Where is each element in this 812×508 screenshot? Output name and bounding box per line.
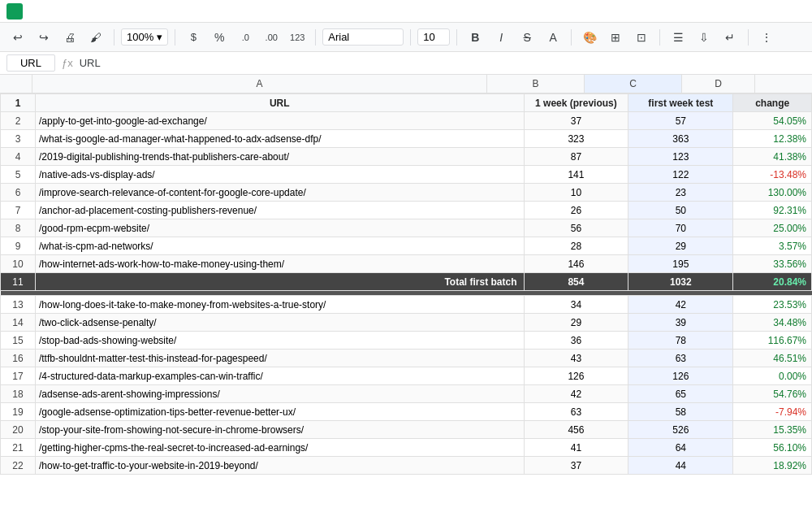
cell-d4[interactable]: 41.38% — [733, 148, 812, 166]
menu-file[interactable] — [36, 10, 42, 13]
cell-d22[interactable]: 18.92% — [733, 457, 812, 475]
cell-reference-input[interactable] — [6, 54, 55, 72]
cell-a15[interactable]: /stop-bad-ads-showing-website/ — [35, 332, 524, 350]
cell-a9[interactable]: /what-is-cpm-ad-networks/ — [35, 237, 524, 255]
decimal0-button[interactable]: .0 — [234, 26, 257, 49]
cell-a13[interactable]: /how-long-does-it-take-to-make-money-fro… — [35, 296, 524, 314]
bold-button[interactable]: B — [464, 26, 486, 49]
cell-c7[interactable]: 50 — [628, 202, 733, 219]
cell-d5[interactable]: -13.48% — [733, 166, 812, 184]
cell-c20[interactable]: 526 — [628, 421, 733, 439]
cell-b18[interactable]: 42 — [524, 385, 628, 403]
cell-a16[interactable]: /ttfb-shouldnt-matter-test-this-instead-… — [35, 350, 524, 367]
format123-button[interactable]: 123 — [286, 26, 309, 49]
cell-d16[interactable]: 46.51% — [733, 350, 812, 367]
cell-d15[interactable]: 116.67% — [733, 332, 812, 350]
cell-d19[interactable]: -7.94% — [733, 403, 812, 421]
cell-a21[interactable]: /getting-higher-cpms-the-real-secret-to-… — [35, 439, 524, 457]
fill-color-button[interactable]: 🎨 — [578, 26, 601, 49]
menu-data[interactable] — [133, 10, 140, 13]
cell-b14[interactable]: 29 — [524, 314, 628, 332]
borders-button[interactable]: ⊞ — [604, 26, 627, 49]
cell-d11[interactable]: 20.84% — [733, 273, 812, 291]
cell-c5[interactable]: 122 — [628, 166, 733, 184]
cell-b13[interactable]: 34 — [524, 296, 628, 314]
text-color-button[interactable]: A — [542, 26, 564, 49]
font-selector[interactable]: Arial — [322, 28, 404, 46]
cell-c8[interactable]: 70 — [628, 219, 733, 237]
cell-c17[interactable]: 126 — [628, 367, 733, 385]
wrap-button[interactable]: ↵ — [719, 26, 741, 49]
cell-a14[interactable]: /two-click-adsense-penalty/ — [35, 314, 524, 332]
cell-c2[interactable]: 57 — [628, 112, 733, 130]
col-header-b[interactable]: B — [487, 75, 585, 93]
cell-d10[interactable]: 33.56% — [733, 255, 812, 273]
cell-b22[interactable]: 37 — [524, 457, 628, 475]
cell-d21[interactable]: 56.10% — [733, 439, 812, 457]
print-button[interactable]: 🖨 — [58, 26, 81, 49]
cell-c19[interactable]: 58 — [628, 403, 733, 421]
cell-c13[interactable]: 42 — [628, 296, 733, 314]
decimal00-button[interactable]: .00 — [260, 26, 283, 49]
cell-d13[interactable]: 23.53% — [733, 296, 812, 314]
cell-b17[interactable]: 126 — [524, 367, 628, 385]
cell-b2[interactable]: 37 — [524, 112, 628, 130]
redo-button[interactable]: ↪ — [32, 26, 55, 49]
col-header-c[interactable]: C — [585, 75, 682, 93]
align-button[interactable]: ☰ — [667, 26, 689, 49]
menu-edit[interactable] — [55, 10, 62, 13]
cell-c14[interactable]: 39 — [628, 314, 733, 332]
cell-c15[interactable]: 78 — [628, 332, 733, 350]
cell-d7[interactable]: 92.31% — [733, 202, 812, 219]
cell-b11[interactable]: 854 — [524, 273, 628, 291]
cell-d20[interactable]: 15.35% — [733, 421, 812, 439]
cell-d6[interactable]: 130.00% — [733, 184, 812, 202]
cell-b5[interactable]: 141 — [524, 166, 628, 184]
cell-d18[interactable]: 54.76% — [733, 385, 812, 403]
cell-c22[interactable]: 44 — [628, 457, 733, 475]
cell-a17[interactable]: /4-structured-data-markup-examples-can-w… — [35, 367, 524, 385]
paint-format-button[interactable]: 🖌 — [84, 26, 107, 49]
cell-d1[interactable]: change — [733, 94, 812, 112]
cell-d17[interactable]: 0.00% — [733, 367, 812, 385]
cell-a4[interactable]: /2019-digital-publishing-trends-that-pub… — [35, 148, 524, 166]
cell-c3[interactable]: 363 — [628, 130, 733, 148]
cell-b15[interactable]: 36 — [524, 332, 628, 350]
cell-c10[interactable]: 195 — [628, 255, 733, 273]
cell-b9[interactable]: 28 — [524, 237, 628, 255]
italic-button[interactable]: I — [490, 26, 512, 49]
cell-a6[interactable]: /improve-search-relevance-of-content-for… — [35, 184, 524, 202]
cell-a8[interactable]: /good-rpm-ecpm-website/ — [35, 219, 524, 237]
cell-b10[interactable]: 146 — [524, 255, 628, 273]
cell-b7[interactable]: 26 — [524, 202, 628, 219]
cell-a3[interactable]: /what-is-google-ad-manager-what-happened… — [35, 130, 524, 148]
strikethrough-button[interactable]: S — [516, 26, 538, 49]
cell-d8[interactable]: 25.00% — [733, 219, 812, 237]
percent-button[interactable]: % — [208, 26, 231, 49]
col-header-a[interactable]: A — [32, 75, 487, 93]
cell-c11[interactable]: 1032 — [628, 273, 733, 291]
cell-b6[interactable]: 10 — [524, 184, 628, 202]
cell-c16[interactable]: 63 — [628, 350, 733, 367]
merge-button[interactable]: ⊡ — [630, 26, 653, 49]
valign-button[interactable]: ⇩ — [693, 26, 715, 49]
cell-b21[interactable]: 41 — [524, 439, 628, 457]
cell-a2[interactable]: /apply-to-get-into-google-ad-exchange/ — [35, 112, 524, 130]
font-size-input[interactable]: 10 — [417, 28, 450, 46]
cell-b20[interactable]: 456 — [524, 421, 628, 439]
cell-d3[interactable]: 12.38% — [733, 130, 812, 148]
cell-c21[interactable]: 64 — [628, 439, 733, 457]
cell-c4[interactable]: 123 — [628, 148, 733, 166]
menu-format[interactable] — [114, 10, 120, 13]
menu-help[interactable] — [192, 10, 198, 13]
more-button[interactable]: ⋮ — [755, 26, 778, 49]
cell-a20[interactable]: /stop-your-site-from-showing-not-secure-… — [35, 421, 524, 439]
cell-d9[interactable]: 3.57% — [733, 237, 812, 255]
cell-c18[interactable]: 65 — [628, 385, 733, 403]
cell-c6[interactable]: 23 — [628, 184, 733, 202]
cell-a19[interactable]: /google-adsense-optimization-tips-better… — [35, 403, 524, 421]
cell-a22[interactable]: /how-to-get-traffic-to-your-website-in-2… — [35, 457, 524, 475]
menu-view[interactable] — [75, 10, 81, 13]
cell-b8[interactable]: 56 — [524, 219, 628, 237]
menu-tools[interactable] — [153, 10, 159, 13]
